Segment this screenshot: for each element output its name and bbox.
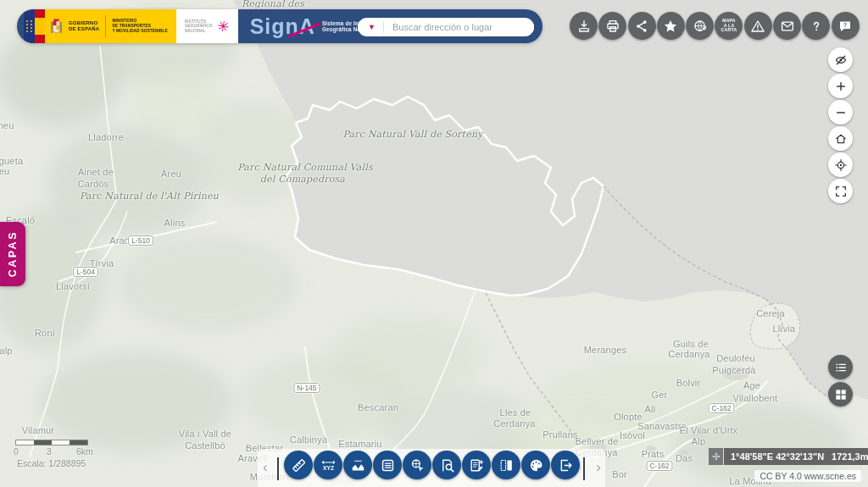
ministry-block: GOBIERNODE ESPAÑA MINISTERIODE TRANSPORT… <box>45 9 176 43</box>
attribution[interactable]: CC BY 4.0 www.scne.es <box>754 470 861 482</box>
toolbar-divider <box>277 457 279 480</box>
palette-icon <box>528 457 544 473</box>
home-icon <box>834 132 848 146</box>
star-icon <box>663 19 678 34</box>
attribute-table-button[interactable] <box>373 451 402 479</box>
list-icon <box>834 361 848 374</box>
coordinate-readout: 1°48'58"E 42°32'13"N 1721,3m <box>724 448 868 465</box>
eye-slash-icon <box>834 53 848 67</box>
download-icon <box>576 19 592 34</box>
print-icon <box>605 19 620 34</box>
logo-divider <box>105 15 106 37</box>
help-button[interactable] <box>802 12 830 40</box>
right-toolbar <box>828 47 853 203</box>
capas-panel-tab[interactable]: CAPAS <box>0 222 25 286</box>
search-input[interactable] <box>384 22 534 32</box>
compare-icon <box>498 457 515 473</box>
gobierno-text: GOBIERNODE ESPAÑA <box>69 20 99 32</box>
coat-of-arms-icon <box>50 16 63 36</box>
grid-icon <box>834 388 848 401</box>
doc-edit-icon <box>469 457 485 473</box>
coordinate-bar: 1°48'58"E 42°32'13"N 1721,3m <box>709 448 868 465</box>
elevation-profile-button[interactable] <box>343 451 372 479</box>
compare-maps-button[interactable] <box>492 451 520 479</box>
ruler-icon <box>291 457 307 473</box>
legend-button[interactable] <box>828 355 853 379</box>
svg-text:XYZ: XYZ <box>322 465 333 471</box>
map-canvas[interactable]: Regional desAriégeoisesLladorreParc Natu… <box>0 0 868 487</box>
map-versions-button[interactable] <box>686 12 714 40</box>
mail-icon <box>780 19 795 34</box>
map-styles-button[interactable] <box>521 451 550 479</box>
geolocate-button[interactable] <box>828 152 853 177</box>
tool-buttons: XYZ <box>284 451 580 479</box>
fullscreen-button[interactable] <box>828 179 853 203</box>
share-button[interactable] <box>628 12 656 40</box>
spain-flag-icon <box>35 9 45 43</box>
scale-bar-segments <box>15 440 88 445</box>
coordinate-altitude: 1721,3m <box>832 451 868 462</box>
bubble-question-icon: ? <box>837 19 853 34</box>
mapa-a-la-carta-label: MAPAA LACARTA <box>721 19 737 33</box>
government-logo[interactable]: GOBIERNODE ESPAÑA MINISTERIODE TRANSPORT… <box>24 9 238 43</box>
view-toolbar <box>828 355 853 407</box>
coordinate-crosshair-button[interactable] <box>709 448 723 465</box>
search-box: ▼ <box>358 18 534 36</box>
coordinates-xyz-button[interactable]: XYZ <box>314 451 342 479</box>
toolbar-divider <box>583 457 585 480</box>
xyz-icon: XYZ <box>320 457 337 473</box>
exit-button[interactable] <box>551 451 580 479</box>
coordinate-position: 1°48'58"E 42°32'13"N <box>731 451 824 462</box>
annotations-button[interactable] <box>462 451 491 479</box>
ministerio-text: MINISTERIODE TRANSPORTESY MOVILIDAD SOST… <box>112 19 168 34</box>
bottom-toolbar: ‹ XYZ › <box>258 449 605 487</box>
profile-icon <box>350 457 366 473</box>
carousel-prev-button[interactable]: ‹ <box>263 459 268 476</box>
download-button[interactable] <box>570 12 598 40</box>
question-icon <box>809 19 824 34</box>
exit-icon <box>558 457 574 473</box>
header-bar: GOBIERNODE ESPAÑA MINISTERIODE TRANSPORT… <box>17 9 542 43</box>
zoom-in-button[interactable] <box>828 74 853 98</box>
spatial-query-button[interactable] <box>432 451 461 479</box>
move-cross-icon <box>711 451 721 462</box>
print-button[interactable] <box>598 12 626 40</box>
feedback-button[interactable]: ? <box>832 12 860 40</box>
share-icon <box>634 19 649 34</box>
expand-icon <box>834 185 848 198</box>
doc-search-icon <box>439 457 455 473</box>
carousel-next-button[interactable]: › <box>596 459 601 476</box>
brand-a: A <box>299 16 315 37</box>
minus-icon <box>834 106 848 119</box>
contact-button[interactable] <box>773 12 801 40</box>
mapa-a-la-carta-button[interactable]: MAPAA LACARTA <box>715 12 743 40</box>
plus-icon <box>834 80 848 93</box>
warning-icon <box>750 19 765 34</box>
scale-ticks: 0 3 6km <box>12 446 105 457</box>
home-extent-button[interactable] <box>828 126 853 151</box>
capas-label: CAPAS <box>7 230 19 277</box>
attribution-text: CC BY 4.0 www.scne.es <box>760 471 856 481</box>
ign-block: INSTITUTOGEOGRÁFICONACIONAL ✳ <box>176 9 238 43</box>
map-terrain <box>0 0 868 487</box>
pointer-globe-icon <box>409 457 426 473</box>
measure-button[interactable] <box>284 451 313 479</box>
chevron-down-icon: ▼ <box>368 23 376 31</box>
eu-flag-icon <box>24 9 35 43</box>
basemap-button[interactable] <box>828 382 853 407</box>
feature-info-button[interactable] <box>403 451 431 479</box>
incidents-button[interactable] <box>744 12 772 40</box>
table-icon <box>380 457 396 473</box>
zoom-out-button[interactable] <box>828 100 853 125</box>
search-type-dropdown[interactable]: ▼ <box>358 18 383 36</box>
favorites-button[interactable] <box>657 12 685 40</box>
top-toolbar: MAPAA LACARTA? <box>570 12 860 40</box>
svg-text:?: ? <box>843 22 847 28</box>
signa-app: Regional desAriégeoisesLladorreParc Natu… <box>0 0 868 487</box>
target-icon <box>834 158 848 172</box>
scale-text: Escala: 1/288895 <box>17 458 105 468</box>
hide-layers-button[interactable] <box>828 47 853 72</box>
ign-logo-icon: ✳ <box>216 18 231 34</box>
globe-arrow-icon <box>693 19 708 34</box>
ign-text: INSTITUTOGEOGRÁFICONACIONAL <box>185 19 213 34</box>
